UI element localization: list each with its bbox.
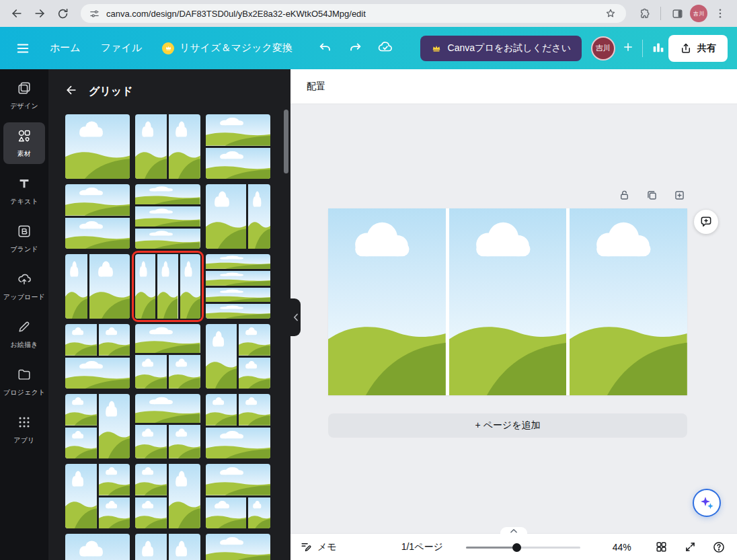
grid-template-thumbnail[interactable] (135, 394, 200, 458)
grid-template-thumbnail[interactable] (206, 254, 270, 319)
add-page-above-button[interactable] (671, 187, 687, 203)
grid-template-thumbnail[interactable] (206, 534, 270, 560)
account-controls: 吉川 (591, 36, 634, 61)
header-nav-home[interactable]: ホーム (40, 36, 90, 61)
grid-template-thumbnail[interactable] (135, 464, 200, 528)
grid-template-thumbnail[interactable] (65, 394, 130, 458)
back-arrow-icon (65, 83, 78, 97)
help-icon (712, 541, 726, 554)
app-header: ホームファイルリサイズ＆マジック変換 Canvaプロをお試しください 吉川 共有 (0, 27, 737, 69)
sidebar-item-design[interactable]: デザイン (3, 75, 45, 116)
panel-back-button[interactable] (65, 83, 78, 99)
thumbnail-cell (135, 534, 167, 560)
thumbnail-cell (169, 114, 200, 179)
grid-template-thumbnail[interactable] (65, 184, 130, 249)
page-indicator[interactable]: 1/1ページ (401, 541, 443, 553)
landscape-image (206, 114, 270, 146)
lock-button[interactable] (616, 187, 632, 203)
add-member-button[interactable] (622, 41, 634, 56)
header-nav-file[interactable]: ファイル (91, 36, 151, 61)
side-panel-button[interactable] (667, 3, 687, 24)
browser-profile-avatar[interactable]: 吉川 (690, 5, 707, 22)
grid-template-thumbnail[interactable] (65, 464, 130, 528)
insights-button[interactable] (651, 40, 666, 57)
add-page-button[interactable]: + ページを追加 (328, 413, 687, 438)
grid-template-thumbnail[interactable] (206, 184, 270, 249)
header-nav-resize[interactable]: リサイズ＆マジック変換 (153, 36, 302, 61)
grid-template-thumbnail[interactable] (206, 324, 270, 389)
collapse-panel-button[interactable] (290, 298, 301, 336)
thumbnail-cell (135, 184, 200, 204)
sidebar-item-elements[interactable]: 素材 (3, 122, 45, 164)
magic-assistant-button[interactable] (693, 489, 721, 517)
page-grid-cell[interactable] (570, 208, 687, 395)
expand-statusbar-tab[interactable] (500, 527, 527, 534)
browser-menu-button[interactable] (710, 3, 730, 24)
landscape-image (239, 358, 270, 389)
sidebar-item-draw[interactable]: お絵描き (3, 313, 45, 355)
grid-template-thumbnail[interactable] (65, 534, 130, 560)
header-divider (642, 40, 643, 57)
grid-template-thumbnail[interactable] (65, 254, 130, 319)
grid-template-thumbnail[interactable] (65, 324, 130, 389)
sidebar-item-uploads[interactable]: アップロード (3, 266, 45, 307)
url-text[interactable]: canva.com/design/DAF83TSD0ul/yBx2E8a32-e… (106, 9, 597, 19)
help-button[interactable] (710, 538, 728, 556)
grid-template-list (65, 114, 270, 560)
landscape-image (328, 208, 446, 395)
share-button[interactable]: 共有 (668, 35, 728, 62)
grid-template-thumbnail-selected[interactable] (135, 254, 200, 319)
undo-button[interactable] (318, 40, 333, 57)
landscape-image (135, 425, 167, 458)
design-page[interactable] (328, 208, 687, 395)
zoom-slider-thumb[interactable] (512, 543, 521, 552)
thumbnail-cell (135, 497, 167, 529)
landscape-image (135, 534, 167, 560)
main-menu-button[interactable] (9, 35, 36, 62)
grid-template-thumbnail[interactable] (65, 114, 130, 179)
extensions-icon (638, 7, 651, 20)
sidebar-item-text[interactable]: テキスト (3, 170, 45, 212)
thumbnail-cell (169, 534, 200, 560)
notes-button[interactable]: メモ (300, 541, 337, 553)
address-bar[interactable]: canva.com/design/DAF83TSD0ul/yBx2E8a32-e… (81, 4, 626, 23)
bookmark-button[interactable] (603, 6, 618, 21)
landscape-image (206, 464, 270, 495)
sidebar-item-apps[interactable]: アプリ (3, 409, 45, 450)
sidebar-item-projects[interactable]: プロジェクト (3, 361, 45, 403)
grid-template-thumbnail[interactable] (206, 464, 270, 528)
landscape-image (65, 324, 97, 356)
grid-template-thumbnail[interactable] (135, 534, 200, 560)
try-pro-button[interactable]: Canvaプロをお試しください (420, 36, 582, 61)
scrollbar-thumb[interactable] (284, 110, 288, 173)
zoom-level[interactable]: 44% (613, 542, 631, 553)
extensions-button[interactable] (634, 3, 654, 24)
thumbnail-cell (206, 464, 270, 495)
grid-template-thumbnail[interactable] (135, 184, 200, 249)
avatar[interactable]: 吉川 (591, 36, 615, 61)
landscape-image (135, 254, 155, 319)
fullscreen-button[interactable] (681, 538, 699, 556)
sidebar-item-brand[interactable]: ブランド (3, 218, 45, 259)
grid-panel: グリッド (48, 69, 290, 560)
position-button[interactable]: 配置 (300, 75, 332, 98)
page-grid-cell[interactable] (449, 208, 567, 395)
comment-button[interactable] (694, 210, 718, 234)
page-grid-cell[interactable] (328, 208, 446, 395)
reload-button[interactable] (52, 3, 73, 24)
forward-button[interactable] (30, 3, 50, 24)
grid-view-button[interactable] (652, 538, 670, 556)
redo-button[interactable] (348, 40, 362, 57)
back-button[interactable] (7, 3, 27, 24)
grid-template-thumbnail[interactable] (206, 114, 270, 179)
grid-template-thumbnail[interactable] (135, 324, 200, 389)
tune-icon[interactable] (89, 8, 100, 19)
duplicate-page-button[interactable] (644, 187, 660, 203)
landscape-image (206, 534, 270, 560)
grid-template-thumbnail[interactable] (135, 114, 200, 179)
panel-scrollbar[interactable] (284, 110, 288, 557)
landscape-image (65, 114, 130, 179)
grid-template-thumbnail[interactable] (206, 394, 270, 458)
landscape-image (169, 355, 200, 389)
zoom-slider[interactable] (466, 542, 580, 553)
